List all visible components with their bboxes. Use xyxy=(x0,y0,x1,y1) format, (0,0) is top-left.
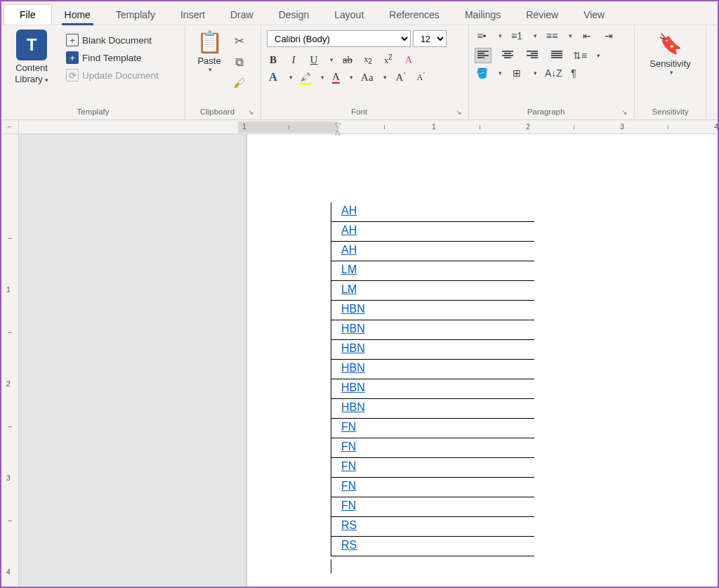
table-row[interactable]: LM xyxy=(331,261,534,281)
change-case-dropdown[interactable]: ▾ xyxy=(383,74,387,81)
subscript-button[interactable]: x2 xyxy=(362,54,374,65)
table-row[interactable]: HBN xyxy=(331,360,534,379)
shading-button[interactable]: 🪣 xyxy=(475,67,489,79)
grow-font-button[interactable]: A˄ xyxy=(395,72,407,84)
table-row[interactable]: HBN xyxy=(331,301,534,320)
cell-link[interactable]: RS xyxy=(341,539,357,551)
table-row[interactable]: HBN xyxy=(331,340,534,360)
clipboard-dialog-launcher[interactable]: ↘ xyxy=(248,108,255,116)
paste-button[interactable]: 📋 Paste ▾ xyxy=(191,28,227,73)
change-case-button[interactable]: Aa xyxy=(361,72,374,84)
numbering-button[interactable]: ≡1 xyxy=(510,30,524,41)
bold-button[interactable]: B xyxy=(267,54,279,66)
table-row[interactable]: RS xyxy=(331,517,534,537)
update-document-button[interactable]: ⟳ Update Document xyxy=(63,67,161,83)
menu-draw[interactable]: Draw xyxy=(218,5,266,25)
table-row[interactable]: FN xyxy=(331,458,534,478)
cell-link[interactable]: FN xyxy=(341,440,356,452)
decrease-indent-button[interactable]: ⇤ xyxy=(580,30,594,41)
numbering-dropdown[interactable]: ▾ xyxy=(534,32,537,39)
line-spacing-button[interactable]: ⇅≡ xyxy=(573,50,587,61)
cell-link[interactable]: FN xyxy=(341,480,356,492)
shading-dropdown[interactable]: ▾ xyxy=(499,70,502,77)
table-row[interactable]: FN xyxy=(331,438,534,458)
vertical-ruler[interactable]: 1 2 3 4 xyxy=(1,134,19,587)
borders-dropdown[interactable]: ▾ xyxy=(534,70,537,77)
cell-link[interactable]: HBN xyxy=(341,381,365,393)
horizontal-ruler[interactable]: 1 1 2 3 4 ▽ △ xyxy=(19,120,718,134)
menu-references[interactable]: References xyxy=(376,5,452,25)
cut-icon[interactable]: ✂ xyxy=(235,34,244,48)
table-row[interactable]: RS xyxy=(331,537,534,556)
align-left-button[interactable] xyxy=(475,48,492,63)
format-painter-icon[interactable]: 🖌 xyxy=(233,77,245,91)
document-table[interactable]: AH AH AH LM LM HBN HBN HBN HBN HBN HBN F… xyxy=(331,202,534,556)
justify-button[interactable] xyxy=(548,48,565,63)
strikethrough-button[interactable]: ab xyxy=(341,54,354,66)
cell-link[interactable]: HBN xyxy=(341,362,365,374)
bullets-button[interactable]: ≡• xyxy=(475,30,489,41)
sensitivity-button[interactable]: 🔖 Sensitivity ▾ xyxy=(642,28,699,76)
menu-templafy[interactable]: Templafy xyxy=(103,5,168,25)
increase-indent-button[interactable]: ⇥ xyxy=(602,30,616,41)
cell-link[interactable]: FN xyxy=(341,421,356,433)
sort-button[interactable]: A↓Z xyxy=(545,67,559,79)
table-row[interactable]: FN xyxy=(331,497,534,517)
text-effects-button[interactable]: A xyxy=(267,70,279,84)
cell-link[interactable]: HBN xyxy=(341,401,365,413)
indent-marker-bottom-icon[interactable]: △ xyxy=(335,128,341,136)
cell-link[interactable]: HBN xyxy=(341,303,365,315)
multilevel-button[interactable]: ≡≡ xyxy=(545,30,559,41)
underline-dropdown[interactable]: ▾ xyxy=(330,56,334,63)
copy-icon[interactable]: ⧉ xyxy=(235,55,244,70)
table-row[interactable]: LM xyxy=(331,281,534,301)
underline-button[interactable]: U xyxy=(308,54,320,66)
multilevel-dropdown[interactable]: ▾ xyxy=(569,32,572,39)
cell-link[interactable]: HBN xyxy=(341,322,365,334)
blank-document-button[interactable]: + Blank Document xyxy=(63,32,161,48)
find-template-button[interactable]: + Find Template xyxy=(63,50,161,65)
font-name-select[interactable]: Calibri (Body) xyxy=(267,30,411,47)
cell-link[interactable]: RS xyxy=(341,519,357,531)
menu-home[interactable]: Home xyxy=(52,5,103,25)
menu-view[interactable]: View xyxy=(571,5,617,25)
align-center-button[interactable] xyxy=(499,48,516,63)
shrink-font-button[interactable]: A˅ xyxy=(415,72,428,83)
ruler-corner[interactable]: ⌐ xyxy=(1,120,19,134)
cell-link[interactable]: HBN xyxy=(341,342,365,354)
font-color-dropdown[interactable]: ▾ xyxy=(350,74,353,81)
show-marks-button[interactable]: ¶ xyxy=(567,67,581,79)
menu-design[interactable]: Design xyxy=(266,5,322,25)
content-library-button[interactable]: T Content Library▾ xyxy=(7,28,56,84)
table-row[interactable]: AH xyxy=(331,202,534,222)
font-color-button[interactable]: A xyxy=(332,71,340,82)
table-row[interactable]: HBN xyxy=(331,399,534,419)
font-size-select[interactable]: 12 xyxy=(413,30,447,47)
table-row[interactable]: AH xyxy=(331,222,534,242)
superscript-button[interactable]: x2 xyxy=(382,53,395,66)
menu-insert[interactable]: Insert xyxy=(168,5,218,25)
clear-formatting-button[interactable]: A xyxy=(402,54,415,66)
align-right-button[interactable] xyxy=(524,48,541,63)
cell-link[interactable]: AH xyxy=(341,204,357,216)
menu-review[interactable]: Review xyxy=(513,5,571,25)
table-row[interactable]: AH xyxy=(331,242,534,261)
table-row[interactable]: HBN xyxy=(331,320,534,340)
table-row[interactable]: HBN xyxy=(331,379,534,399)
italic-button[interactable]: I xyxy=(287,54,300,66)
highlight-button[interactable]: 🖍 xyxy=(301,72,311,83)
menu-layout[interactable]: Layout xyxy=(322,5,376,25)
cell-link[interactable]: FN xyxy=(341,499,356,511)
font-dialog-launcher[interactable]: ↘ xyxy=(456,108,463,116)
cell-link[interactable]: LM xyxy=(341,263,357,275)
borders-button[interactable]: ⊞ xyxy=(510,67,524,79)
cell-link[interactable]: AH xyxy=(341,244,357,256)
text-effects-dropdown[interactable]: ▾ xyxy=(289,74,293,81)
menu-file[interactable]: File xyxy=(4,4,52,25)
paragraph-dialog-launcher[interactable]: ↘ xyxy=(621,108,628,116)
highlight-dropdown[interactable]: ▾ xyxy=(321,74,324,81)
cell-link[interactable]: AH xyxy=(341,224,357,236)
menu-mailings[interactable]: Mailings xyxy=(452,5,513,25)
cell-link[interactable]: LM xyxy=(341,283,357,295)
line-spacing-dropdown[interactable]: ▾ xyxy=(597,52,600,59)
